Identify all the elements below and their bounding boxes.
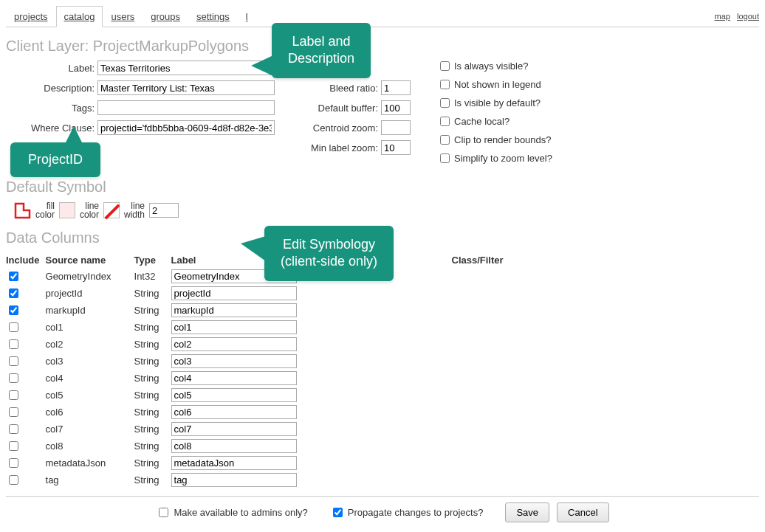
- nav-tab-users[interactable]: users: [103, 6, 143, 27]
- default-symbol-title: Default Symbol: [6, 179, 759, 196]
- propagate-checkbox[interactable]: [333, 508, 343, 517]
- cache-local-label: Cache local?: [454, 116, 510, 127]
- fill-color-swatch[interactable]: [59, 202, 75, 218]
- table-row: markupIdString: [6, 302, 510, 319]
- include-checkbox[interactable]: [9, 373, 18, 383]
- not-in-legend-checkbox[interactable]: [440, 80, 450, 89]
- include-checkbox[interactable]: [9, 458, 18, 468]
- label-input[interactable]: [97, 61, 275, 75]
- data-columns-table: Include Source name Type Label Class/Fil…: [6, 252, 510, 488]
- nav-tab-projects[interactable]: projects: [6, 6, 56, 27]
- always-visible-checkbox[interactable]: [440, 61, 450, 71]
- main-nav: projectscatalogusersgroupssettingsl map …: [6, 6, 759, 27]
- propagate-label: Propagate changes to projects?: [330, 505, 484, 519]
- include-checkbox[interactable]: [9, 272, 18, 281]
- include-checkbox[interactable]: [9, 356, 18, 366]
- include-checkbox[interactable]: [9, 322, 18, 332]
- type-cell: String: [134, 471, 171, 488]
- column-label-input[interactable]: [171, 320, 297, 334]
- line-width-input[interactable]: [149, 203, 179, 218]
- col-header-source: Source name: [46, 252, 134, 268]
- nav-tab-groups[interactable]: groups: [143, 6, 188, 27]
- logout-link[interactable]: logout: [737, 12, 759, 21]
- type-cell: Int32: [134, 268, 171, 285]
- col-header-type: Type: [134, 252, 171, 268]
- include-checkbox[interactable]: [9, 407, 18, 417]
- minlabel-lbl: Min label zoom:: [304, 142, 378, 153]
- polygon-shape-icon[interactable]: [13, 201, 31, 219]
- page-title: Client Layer: ProjectMarkupPolygons: [6, 38, 759, 55]
- column-label-input[interactable]: [171, 303, 297, 317]
- type-cell: String: [134, 404, 171, 421]
- callout-label-description: Label and Description: [272, 23, 371, 78]
- column-label-input[interactable]: [171, 405, 297, 419]
- buffer-lbl: Default buffer:: [304, 103, 378, 114]
- source-name-cell: col3: [46, 353, 134, 370]
- symbol-row: fill color line color line width: [6, 201, 759, 219]
- not-in-legend-label: Not shown in legend: [454, 79, 541, 90]
- nav-tab-settings[interactable]: settings: [188, 6, 238, 27]
- source-name-cell: markupId: [46, 302, 134, 319]
- simplify-checkbox[interactable]: [440, 153, 450, 163]
- description-input[interactable]: [97, 80, 275, 95]
- type-cell: String: [134, 387, 171, 404]
- source-name-cell: col4: [46, 370, 134, 387]
- callout-edit-symbology: Edit Symbology (client-side only): [264, 226, 394, 281]
- table-row: col1String: [6, 319, 510, 336]
- clip-bounds-checkbox[interactable]: [440, 135, 450, 145]
- column-label-input[interactable]: [171, 354, 297, 368]
- table-row: col5String: [6, 387, 510, 404]
- type-cell: String: [134, 353, 171, 370]
- include-checkbox[interactable]: [9, 305, 18, 315]
- source-name-cell: GeometryIndex: [46, 268, 134, 285]
- centroid-input[interactable]: [381, 120, 411, 135]
- centroid-lbl: Centroid zoom:: [304, 122, 378, 134]
- include-checkbox[interactable]: [9, 390, 18, 400]
- type-cell: String: [134, 438, 171, 455]
- column-label-input[interactable]: [171, 388, 297, 402]
- simplify-label: Simplify to zoom level?: [454, 153, 552, 164]
- bleed-input[interactable]: [381, 80, 411, 95]
- include-checkbox[interactable]: [9, 289, 18, 298]
- table-row: col8String: [6, 438, 510, 455]
- source-name-cell: col1: [46, 319, 134, 336]
- col-header-include: Include: [6, 252, 46, 268]
- table-row: col4String: [6, 370, 510, 387]
- column-label-input[interactable]: [171, 473, 297, 487]
- footer: Make available to admins only? Propagate…: [6, 496, 759, 522]
- line-color-swatch[interactable]: [103, 202, 120, 218]
- column-label-input[interactable]: [171, 439, 297, 453]
- source-name-cell: col7: [46, 421, 134, 438]
- nav-tab-l[interactable]: l: [238, 6, 256, 27]
- line-width-label: line width: [124, 201, 145, 219]
- clip-bounds-label: Clip to render bounds?: [454, 134, 552, 145]
- include-checkbox[interactable]: [9, 424, 18, 434]
- include-checkbox[interactable]: [9, 475, 18, 485]
- save-button[interactable]: Save: [505, 502, 549, 522]
- nav-tab-catalog[interactable]: catalog: [56, 6, 103, 27]
- where-input[interactable]: [97, 120, 275, 135]
- source-name-cell: projectId: [46, 285, 134, 302]
- column-label-input[interactable]: [171, 422, 297, 436]
- buffer-input[interactable]: [381, 100, 411, 115]
- visible-default-checkbox[interactable]: [440, 98, 450, 108]
- source-name-cell: col5: [46, 387, 134, 404]
- source-name-cell: col6: [46, 404, 134, 421]
- table-row: metadataJsonString: [6, 455, 510, 471]
- include-checkbox[interactable]: [9, 339, 18, 349]
- minlabel-input[interactable]: [381, 140, 411, 155]
- tags-lbl: Tags:: [13, 103, 95, 114]
- source-name-cell: metadataJson: [46, 455, 134, 471]
- column-label-input[interactable]: [171, 286, 297, 300]
- map-link[interactable]: map: [715, 12, 730, 21]
- cancel-button[interactable]: Cancel: [557, 502, 608, 522]
- admins-only-checkbox[interactable]: [159, 508, 168, 517]
- column-label-input[interactable]: [171, 456, 297, 470]
- column-label-input[interactable]: [171, 371, 297, 385]
- cache-local-checkbox[interactable]: [440, 117, 450, 126]
- include-checkbox[interactable]: [9, 441, 18, 451]
- tags-input[interactable]: [97, 100, 275, 115]
- type-cell: String: [134, 285, 171, 302]
- column-label-input[interactable]: [171, 337, 297, 351]
- table-row: col3String: [6, 353, 510, 370]
